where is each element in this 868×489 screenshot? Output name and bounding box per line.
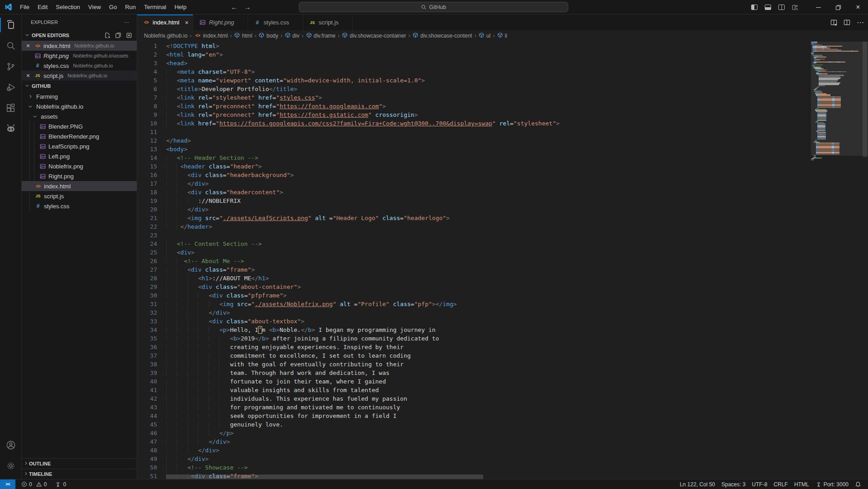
- horizontal-scrollbar[interactable]: [166, 475, 483, 479]
- menu-item-help[interactable]: Help: [170, 2, 191, 12]
- nav-forward-icon[interactable]: →: [244, 3, 251, 11]
- tree-item-assets[interactable]: assets: [22, 111, 137, 121]
- timeline-section[interactable]: TIMELINE: [22, 469, 137, 479]
- code-line-21[interactable]: 21 <img src="./assets/LeafScripts.png" a…: [137, 214, 809, 222]
- restore-button[interactable]: [828, 0, 848, 14]
- nav-back-icon[interactable]: ←: [231, 3, 238, 11]
- code-line-24[interactable]: 24 <!-- Content Section -->: [137, 240, 809, 248]
- indentation-setting[interactable]: Spaces: 3: [718, 479, 748, 489]
- cursor-position[interactable]: Ln 122, Col 50: [676, 479, 718, 489]
- code-line-43[interactable]: 43 for programming and motivated me to c…: [137, 403, 809, 412]
- new-file-icon[interactable]: [104, 32, 110, 38]
- code-line-10[interactable]: 10 <link href="https://fonts.googleapis.…: [137, 119, 809, 128]
- problems-indicator[interactable]: 0 0: [18, 479, 50, 489]
- code-line-15[interactable]: 15 <header class="header">: [137, 162, 809, 171]
- code-line-27[interactable]: 27 <div class="frame">: [137, 265, 809, 274]
- tab-script.js[interactable]: JSscript.js×: [303, 14, 353, 30]
- code-line-34[interactable]: 34 <p>Hello, I’m <b>Noble.</b> I began m…: [137, 326, 809, 334]
- code-line-12[interactable]: 12</head>: [137, 136, 809, 145]
- code-line-33[interactable]: 33 <div class="about-textbox">: [137, 317, 809, 326]
- code-line-23[interactable]: 23: [137, 231, 809, 240]
- breadcrumb-symbol-div.showcase-container[interactable]: div.showcase-container: [342, 32, 406, 39]
- open-editor-styles.css[interactable]: ×#styles.cssNoblefrix.github.io: [22, 61, 137, 71]
- menu-item-view[interactable]: View: [84, 2, 105, 12]
- toggle-sidebar-icon[interactable]: [751, 5, 758, 10]
- tree-item-Right.png[interactable]: Right.png: [22, 171, 137, 181]
- minimap[interactable]: [811, 42, 862, 479]
- tree-item-Noblefrix.png[interactable]: Noblefrix.png: [22, 161, 137, 171]
- code-line-18[interactable]: 18 <div class="headercontent">: [137, 188, 809, 197]
- code-line-8[interactable]: 8 <link rel="preconnect" href="https://f…: [137, 102, 809, 110]
- breadcrumb-symbol-html[interactable]: html: [234, 32, 252, 39]
- breadcrumb-root[interactable]: Noblefrix.github.io: [144, 33, 187, 39]
- code-line-16[interactable]: 16 <div class="headerbackground">: [137, 171, 809, 179]
- close-all-editors-icon[interactable]: [126, 32, 132, 38]
- menu-item-selection[interactable]: Selection: [52, 2, 84, 12]
- port-forward[interactable]: Port: 3000: [812, 479, 852, 489]
- code-line-19[interactable]: 19 ://NOBLEFRIX: [137, 197, 809, 205]
- encoding-setting[interactable]: UTF-8: [749, 479, 771, 489]
- menu-item-run[interactable]: Run: [121, 2, 140, 12]
- open-editors-header[interactable]: OPEN EDITORS: [22, 30, 137, 41]
- breadcrumb-symbol-div[interactable]: div: [285, 32, 299, 39]
- customize-layout-icon[interactable]: [792, 5, 798, 10]
- breadcrumb-symbol-div.showcase-content[interactable]: div.showcase-content: [412, 32, 472, 39]
- code-line-22[interactable]: 22 </header>: [137, 222, 809, 231]
- run-debug-icon[interactable]: [0, 77, 22, 98]
- ports-indicator[interactable]: 0: [52, 479, 69, 489]
- search-sidebar-icon[interactable]: [0, 35, 22, 56]
- code-line-29[interactable]: 29 <div class="about-container">: [137, 283, 809, 291]
- tree-item-Blender.PNG[interactable]: Blender.PNG: [22, 121, 137, 131]
- code-line-28[interactable]: 28 <h1>://ABOUT ME</h1>: [137, 274, 809, 283]
- code-line-38[interactable]: 38 with the goal of eventually contribut…: [137, 360, 809, 369]
- code-line-49[interactable]: 49 </div>: [137, 455, 809, 463]
- editor-more-actions-icon[interactable]: ⋯: [857, 18, 864, 27]
- account-icon[interactable]: [0, 435, 22, 455]
- toggle-secondary-sidebar-icon[interactable]: [778, 5, 785, 10]
- minimize-button[interactable]: [808, 0, 828, 14]
- code-line-30[interactable]: 30 <div class="pfpframe">: [137, 291, 809, 300]
- open-editor-script.js[interactable]: ×JSscript.jsNoblefrix.github.io: [22, 71, 137, 81]
- source-control-icon[interactable]: [0, 56, 22, 77]
- code-line-42[interactable]: 42 individuals. This experience has fuel…: [137, 394, 809, 403]
- code-line-4[interactable]: 4 <meta charset="UTF-8">: [137, 67, 809, 76]
- outline-section[interactable]: OUTLINE: [22, 458, 137, 469]
- code-line-35[interactable]: 35 <b>2019</b> after joining a filipino …: [137, 334, 809, 343]
- eol-setting[interactable]: CRLF: [771, 479, 791, 489]
- code-line-31[interactable]: 31 <img src="./assets/Noblefrix.png" alt…: [137, 300, 809, 308]
- code-line-45[interactable]: 45 genuinely love.: [137, 420, 809, 429]
- code-line-2[interactable]: 2<html lang="en">: [137, 50, 809, 59]
- breadcrumb-file[interactable]: <>index.html: [194, 32, 228, 39]
- notifications-bell-icon[interactable]: [852, 479, 864, 489]
- settings-gear-icon[interactable]: [0, 455, 22, 476]
- code-line-1[interactable]: 1<!DOCTYPE html>: [137, 42, 809, 50]
- extensions-icon[interactable]: [0, 98, 22, 119]
- explorer-icon[interactable]: [0, 14, 22, 35]
- breadcrumb-symbol-body[interactable]: body: [259, 32, 278, 39]
- tree-item-Left.png[interactable]: Left.png: [22, 151, 137, 161]
- code-line-39[interactable]: 39 team. Through hard work and dedicatio…: [137, 369, 809, 377]
- menu-item-go[interactable]: Go: [105, 2, 121, 12]
- tab-Right.png[interactable]: Right.png×: [193, 14, 248, 30]
- tab-index.html[interactable]: <>index.html×: [137, 14, 193, 30]
- open-editor-index.html[interactable]: ×<>index.htmlNoblefrix.github.io: [22, 41, 137, 51]
- code-line-7[interactable]: 7 <link rel="stylesheet" href="styles.cs…: [137, 93, 809, 102]
- code-line-5[interactable]: 5 <meta name="viewport" content="width=d…: [137, 76, 809, 85]
- menu-item-file[interactable]: File: [16, 2, 34, 12]
- code-line-13[interactable]: 13<body>: [137, 145, 809, 153]
- explorer-more-actions-icon[interactable]: ⋯: [124, 19, 129, 25]
- tree-item-Noblefrix.github.io[interactable]: Noblefrix.github.io: [22, 101, 137, 111]
- menu-item-edit[interactable]: Edit: [34, 2, 52, 12]
- breadcrumb-symbol-li[interactable]: li: [497, 32, 507, 39]
- code-line-37[interactable]: 37 commitment to excellence, I set out t…: [137, 351, 809, 360]
- code-line-32[interactable]: 32 </div>: [137, 308, 809, 317]
- code-line-36[interactable]: 36 creating enjoyable experiences. Inspi…: [137, 343, 809, 351]
- code-line-17[interactable]: 17 </div>: [137, 179, 809, 188]
- save-all-icon[interactable]: [115, 32, 121, 38]
- vertical-scrollbar[interactable]: [863, 42, 867, 157]
- workspace-header[interactable]: GITHUB: [22, 81, 137, 91]
- code-line-40[interactable]: 40 fortunate to join their team, where I…: [137, 377, 809, 386]
- tree-item-LeafScripts.png[interactable]: LeafScripts.png: [22, 141, 137, 151]
- code-line-6[interactable]: 6 <title>Developer Portfolio</title>: [137, 85, 809, 93]
- code-line-20[interactable]: 20 </div>: [137, 205, 809, 214]
